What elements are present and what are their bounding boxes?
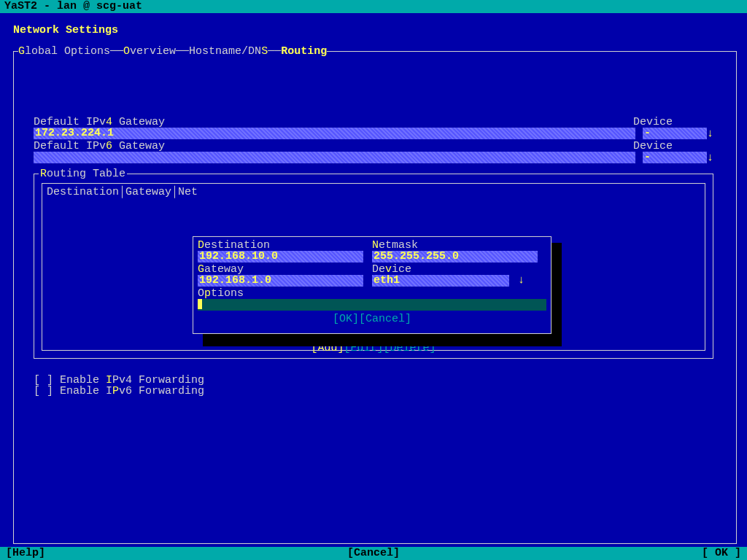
tabs-row: Global Options──Overview──Hostname/DNS──… bbox=[18, 46, 327, 57]
enable-ipv4-forwarding-checkbox[interactable]: [ ] Enable IPv4 Forwarding bbox=[34, 375, 204, 386]
footer-bar: [Help] [Cancel] [ OK ] bbox=[0, 547, 747, 560]
workspace: Network Settings Global Options──Overvie… bbox=[0, 13, 747, 547]
tab-overview[interactable]: Overview bbox=[123, 45, 176, 58]
device-select[interactable]: eth1 bbox=[372, 275, 509, 287]
destination-input[interactable]: 192.168.10.0 bbox=[198, 251, 363, 262]
ipv6-gateway-label: Default IPv6 Gateway bbox=[34, 140, 165, 152]
default-gateway-section: Default IPv4 Gateway Device 172.23.224.1… bbox=[34, 117, 713, 163]
tab-routing[interactable]: Routing bbox=[281, 45, 327, 58]
chevron-down-icon[interactable]: ↓ bbox=[518, 274, 525, 287]
ipv4-gateway-input[interactable]: 172.23.224.1 bbox=[34, 128, 635, 139]
tab-hostname-dns[interactable]: Hostname/DNS bbox=[189, 45, 268, 58]
chevron-down-icon[interactable]: ↓ bbox=[707, 152, 713, 163]
ok-button[interactable]: [ OK ] bbox=[702, 548, 741, 559]
window-titlebar: YaST2 - lan @ scg-uat bbox=[0, 0, 747, 13]
chevron-down-icon[interactable]: ↓ bbox=[707, 128, 713, 139]
ipv6-device-select[interactable]: - bbox=[643, 152, 707, 163]
ipv6-gateway-input[interactable] bbox=[34, 152, 635, 163]
route-edit-dialog: Destination 192.168.10.0 Netmask 255.255… bbox=[193, 236, 551, 334]
device-label-2: Device bbox=[633, 140, 673, 152]
dialog-ok-button[interactable]: [OK] bbox=[333, 313, 359, 325]
enable-ipv6-forwarding-checkbox[interactable]: [ ] Enable IPv6 Forwarding bbox=[34, 386, 204, 397]
routing-table-header: Destination│Gateway│Net bbox=[47, 187, 198, 198]
options-label: Options bbox=[198, 287, 244, 300]
page-title: Network Settings bbox=[7, 16, 740, 36]
gateway-input[interactable]: 192.168.1.0 bbox=[198, 275, 363, 287]
routing-table-caption: Routing Table bbox=[39, 168, 127, 179]
netmask-input[interactable]: 255.255.255.0 bbox=[372, 251, 538, 262]
ipv4-device-select[interactable]: - bbox=[643, 128, 707, 139]
dialog-cancel-button[interactable]: [Cancel] bbox=[359, 313, 411, 325]
tab-global-options[interactable]: Global Options bbox=[18, 45, 110, 58]
forwarding-section: [ ] Enable IPv4 Forwarding [ ] Enable IP… bbox=[34, 375, 204, 397]
options-input[interactable] bbox=[198, 299, 546, 311]
device-label-1: Device bbox=[633, 116, 673, 128]
cancel-button[interactable]: [Cancel] bbox=[347, 547, 400, 559]
